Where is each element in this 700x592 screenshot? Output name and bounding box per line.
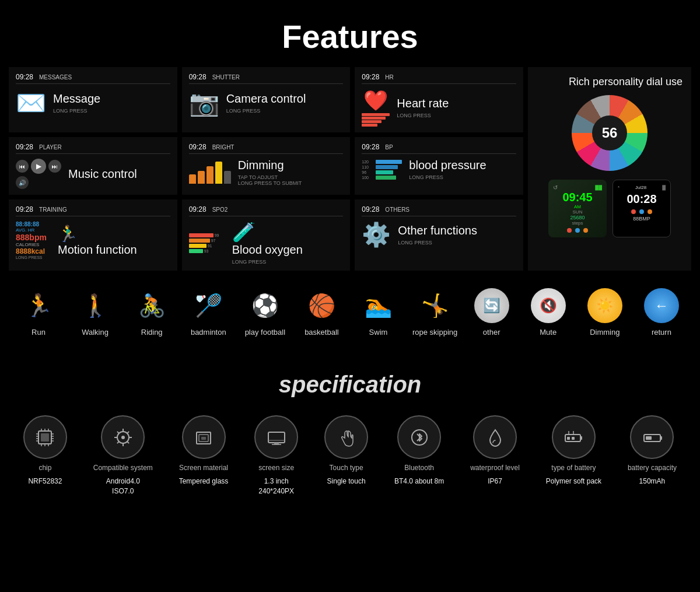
screen-size-spec-label: screen size — [258, 464, 294, 472]
touch-icon — [324, 415, 368, 459]
walking-label: Walking — [82, 328, 108, 337]
system-spec-label: Compatible system — [93, 464, 153, 472]
activity-dimming: ☀️ Dimming — [582, 288, 628, 337]
activity-badminton: 🏸 badminton — [185, 288, 232, 337]
waterproof-icon — [473, 415, 517, 459]
battery-type-spec-value: Polymer soft pack — [546, 477, 601, 486]
screen-material-spec-label: Screen material — [179, 464, 228, 472]
feature-message: 09:28 MESSAGES ✉️ Message LONG PRESS — [9, 67, 177, 132]
message-time: 09:28 — [16, 73, 33, 81]
heart-rate-label: Heart rate — [397, 97, 449, 110]
oxygen-label: Blood oxygen — [232, 243, 303, 257]
spec-system: Compatible system Android4.0ISO7.0 — [93, 415, 153, 496]
feature-bp: 09:28 BP 120 110 96 100 — [355, 137, 523, 195]
waterproof-spec-label: waterproof level — [470, 464, 520, 472]
svg-line-34 — [415, 435, 417, 436]
activity-run: 🏃 Run — [15, 288, 62, 337]
activities-section: 🏃 Run 🚶 Walking 🚴 Riding 🏸 badminton ⚽ p… — [0, 276, 700, 348]
motion-label: Motion function — [58, 243, 137, 257]
basketball-label: basketball — [304, 328, 339, 337]
activity-walking: 🚶 Walking — [72, 288, 118, 337]
dimming-activity-label: Dimming — [590, 328, 620, 337]
svg-rect-39 — [567, 437, 570, 440]
chip-spec-label: chip — [38, 464, 51, 472]
other-circle-icon: 🔄 — [474, 288, 509, 323]
svg-rect-28 — [201, 437, 206, 440]
gear-wheel-icon: ⚙️ — [362, 221, 391, 248]
touch-spec-label: Touch type — [330, 464, 363, 472]
activity-swim: 🏊 Swim — [355, 288, 402, 337]
activity-basketball: 🏀 basketball — [298, 288, 345, 337]
spec-title: specification — [0, 360, 700, 409]
svg-line-25 — [117, 441, 120, 443]
bluetooth-spec-value: BT4.0 about 8m — [394, 477, 444, 486]
svg-rect-40 — [572, 437, 575, 440]
feature-oxygen: 09:28 SPO2 99 97 91 93 — [182, 199, 351, 271]
swim-icon: 🏊 — [365, 288, 392, 323]
screen-size-spec-value: 1.3 inch240*240PX — [258, 477, 294, 496]
mute-circle-icon: 🔇 — [531, 288, 566, 323]
screen-material-spec-value: Tempered glass — [179, 477, 229, 486]
watch-faces: ↺ ▓▓ 09:45 AM SUN 25680 steps * Jul28 — [548, 180, 671, 237]
run-icon: 🏃 — [25, 288, 52, 323]
activity-other: 🔄 other — [468, 288, 515, 337]
message-icon: ✉️ — [16, 89, 46, 117]
dimming-label: Dimming — [238, 159, 302, 172]
svg-line-22 — [117, 431, 120, 433]
activity-football: ⚽ play football — [242, 288, 288, 337]
feature-other: 09:28 OTHERS ⚙️ Other functions LONG PRE… — [355, 199, 523, 271]
run-label: Run — [32, 328, 46, 337]
music-label: Music control — [68, 167, 137, 181]
riding-label: Riding — [141, 328, 163, 337]
activity-riding: 🚴 Riding — [128, 288, 175, 337]
swim-label: Swim — [369, 328, 388, 337]
message-footer: LONG PRESS — [53, 108, 100, 114]
badminton-label: badminton — [191, 328, 226, 337]
spec-battery-type: type of battery Polymer soft pack — [546, 415, 601, 486]
battery-type-icon — [552, 415, 596, 459]
next-icon[interactable]: ⏭ — [48, 160, 61, 173]
feature-camera: 09:28 SHUTTER 📷 Camera control LONG PRES… — [182, 67, 351, 132]
battery-cap-spec-label: battery capacity — [628, 464, 677, 472]
dial-section: Rich personality dial use 56 ↺ ▓▓ 09:45 … — [528, 67, 691, 271]
bp-label: blood pressure — [409, 159, 486, 172]
play-icon[interactable]: ▶ — [31, 159, 46, 174]
page-title: Features — [0, 0, 700, 67]
watch-face-green: ↺ ▓▓ 09:45 AM SUN 25680 steps — [548, 180, 607, 237]
camera-icon: 📷 — [189, 89, 219, 117]
dial-title: Rich personality dial use — [537, 76, 682, 88]
battery-type-spec-label: type of battery — [551, 464, 596, 472]
screen-material-icon — [182, 415, 226, 459]
vol-icon[interactable]: 🔊 — [16, 176, 29, 189]
screen-size-icon — [254, 415, 298, 459]
feature-heart-rate: 09:28 HR ❤️ Heart rate LONG PRESS — [355, 67, 523, 132]
spec-waterproof: waterproof level IP67 — [470, 415, 520, 486]
svg-point-17 — [121, 436, 125, 439]
basketball-icon: 🏀 — [308, 288, 335, 323]
chip-spec-value: NRF52832 — [28, 477, 62, 486]
prev-icon[interactable]: ⏮ — [16, 160, 29, 173]
mute-label: Mute — [540, 328, 556, 337]
battery-cap-icon — [630, 415, 674, 459]
activities-grid: 🏃 Run 🚶 Walking 🚴 Riding 🏸 badminton ⚽ p… — [12, 288, 688, 337]
features-section: 09:28 MESSAGES ✉️ Message LONG PRESS 09:… — [0, 67, 700, 271]
feature-motion: 09:28 TRAINING 88:88:88 AVG. HR 888bpm C… — [9, 199, 177, 271]
football-icon: ⚽ — [251, 288, 279, 323]
message-label: Message — [53, 92, 100, 106]
return-circle-icon: ← — [644, 288, 679, 323]
running-figure: 🏃‍♂️ — [58, 224, 137, 243]
svg-rect-29 — [268, 432, 285, 443]
flask-icon: 🧪 — [232, 221, 303, 243]
activity-rope: 🤸 rope skipping — [412, 288, 459, 337]
feature-dimming: 09:28 BRIGHT Dimming TAP TO ADJUSTLONG P… — [182, 137, 351, 195]
system-icon — [101, 415, 145, 459]
svg-rect-36 — [580, 436, 582, 440]
walking-icon: 🚶 — [82, 288, 109, 323]
spec-screen-size: screen size 1.3 inch240*240PX — [254, 415, 298, 496]
waterproof-spec-value: IP67 — [488, 477, 502, 486]
other-label: Other functions — [398, 224, 477, 237]
return-label: return — [652, 328, 671, 337]
chip-icon — [23, 415, 67, 459]
dimming-circle-icon: ☀️ — [587, 288, 622, 323]
spec-screen-material: Screen material Tempered glass — [179, 415, 229, 486]
